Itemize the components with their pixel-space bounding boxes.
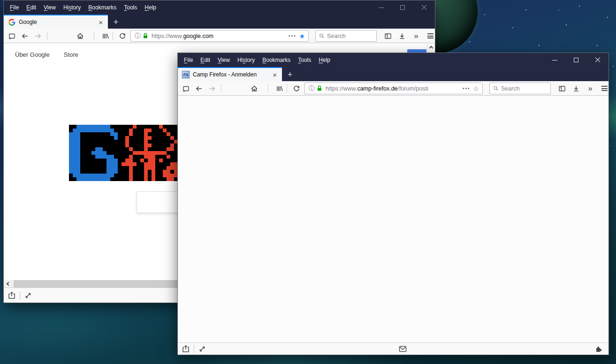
tab-close-icon[interactable]: × xyxy=(97,19,105,26)
resize-toggle-icon[interactable] xyxy=(196,343,208,355)
window-controls xyxy=(370,0,435,15)
back-button[interactable] xyxy=(193,83,205,94)
tab-bar: Google × + xyxy=(4,15,435,29)
maximize-button[interactable] xyxy=(392,0,413,15)
resize-toggle-icon[interactable] xyxy=(22,288,34,303)
campfirefox-favicon-icon: Fx xyxy=(182,71,190,78)
toolbar-separator xyxy=(113,31,113,40)
search-input[interactable] xyxy=(501,85,539,92)
menus: FileEditViewHistoryBookmarksToolsHelp xyxy=(4,2,160,13)
search-bar[interactable] xyxy=(315,30,377,42)
new-tab-button[interactable]: + xyxy=(108,15,124,29)
home-button[interactable] xyxy=(74,30,86,42)
reload-button[interactable] xyxy=(290,83,303,94)
overflow-menu-icon[interactable]: » xyxy=(410,30,422,42)
mail-icon[interactable] xyxy=(396,343,409,355)
search-bar[interactable] xyxy=(489,83,551,94)
menu-item-file[interactable]: File xyxy=(6,2,23,13)
minimize-button[interactable] xyxy=(544,53,565,67)
back-button[interactable] xyxy=(19,30,31,42)
menu-item-view[interactable]: View xyxy=(40,2,60,13)
addon-status-bar xyxy=(178,342,608,355)
library-button[interactable] xyxy=(99,30,112,42)
sidebar-toggle-icon[interactable] xyxy=(556,83,568,94)
toolbar-separator xyxy=(47,31,47,40)
statusbar-separator xyxy=(20,291,20,300)
close-button[interactable] xyxy=(413,0,435,15)
tab-bar: Fx Camp Firefox - Anmelden × + xyxy=(178,67,608,81)
search-icon xyxy=(319,33,325,39)
https-lock-icon xyxy=(143,33,148,39)
menu-item-history[interactable]: History xyxy=(234,54,259,66)
stars-decoration xyxy=(0,0,1,1)
scroll-left-icon[interactable] xyxy=(7,282,10,286)
bookmark-star-icon[interactable]: ☆ xyxy=(473,85,479,92)
tab-close-icon[interactable]: × xyxy=(271,71,279,78)
hamburger-menu-icon[interactable] xyxy=(424,30,436,42)
toolbar-separator xyxy=(287,84,287,93)
tab-camp-firefox[interactable]: Fx Camp Firefox - Anmelden × xyxy=(178,67,282,81)
page-export-icon[interactable] xyxy=(6,288,18,303)
desktop: FileEditViewHistoryBookmarksToolsHelp Go… xyxy=(0,0,616,364)
scroll-up-icon[interactable] xyxy=(429,46,433,50)
new-tab-button[interactable]: + xyxy=(282,68,298,81)
google-doodle[interactable] xyxy=(69,125,178,181)
menu-item-tools[interactable]: Tools xyxy=(294,54,315,66)
tab-google[interactable]: Google × xyxy=(4,15,108,29)
menu-item-edit[interactable]: Edit xyxy=(23,2,40,13)
blank-page xyxy=(178,96,608,342)
forward-button[interactable] xyxy=(206,83,218,94)
navigation-toolbar: ⓘ https://www.camp-firefox.de/forum/post… xyxy=(178,81,608,96)
toolbar-separator xyxy=(221,84,221,93)
url-bar[interactable]: ⓘ https://www.camp-firefox.de/forum/post… xyxy=(304,83,483,94)
url-scheme: https://www. xyxy=(326,85,357,92)
link-about-google[interactable]: Über Google xyxy=(15,51,50,58)
google-favicon-icon xyxy=(8,18,15,26)
bookmark-star-icon[interactable]: ★ xyxy=(299,32,305,40)
overflow-menu-icon[interactable]: » xyxy=(584,83,596,94)
page-actions-icon[interactable]: ••• xyxy=(289,33,297,38)
menu-item-tools[interactable]: Tools xyxy=(120,2,141,13)
url-text: https://www.camp-firefox.de/forum/posti xyxy=(326,85,460,92)
page-info-icon[interactable]: ⓘ xyxy=(135,32,141,40)
menu-item-view[interactable]: View xyxy=(214,54,234,66)
library-button[interactable] xyxy=(274,83,286,94)
new-container-tab-icon[interactable] xyxy=(180,83,192,94)
forward-button[interactable] xyxy=(32,30,44,42)
home-button[interactable] xyxy=(248,83,260,94)
maximize-button[interactable] xyxy=(565,53,587,67)
tab-title: Camp Firefox - Anmelden xyxy=(193,71,271,78)
downloads-icon[interactable] xyxy=(396,30,408,42)
page-actions-icon[interactable]: ••• xyxy=(463,86,471,91)
menu-item-history[interactable]: History xyxy=(60,2,84,13)
url-text: https://www.google.com xyxy=(152,33,286,39)
reload-button[interactable] xyxy=(116,30,129,42)
menus: FileEditViewHistoryBookmarksToolsHelp xyxy=(178,54,334,66)
close-button[interactable] xyxy=(587,53,608,67)
hamburger-menu-icon[interactable] xyxy=(598,83,610,94)
menu-bar: FileEditViewHistoryBookmarksToolsHelp xyxy=(4,0,435,15)
page-export-icon[interactable] xyxy=(180,343,192,355)
link-store[interactable]: Store xyxy=(64,51,78,58)
new-container-tab-icon[interactable] xyxy=(6,30,18,42)
url-bar[interactable]: ⓘ https://www.google.com ••• ★ xyxy=(130,30,309,42)
google-top-links: Über Google Store xyxy=(15,51,78,58)
downloads-icon[interactable] xyxy=(570,83,582,94)
menu-item-help[interactable]: Help xyxy=(141,2,160,13)
search-icon xyxy=(493,85,499,91)
sidebar-toggle-icon[interactable] xyxy=(382,30,394,42)
url-domain: camp-firefox.de xyxy=(357,85,397,92)
url-domain: google.com xyxy=(183,33,213,39)
tab-title: Google xyxy=(19,19,97,25)
menu-item-bookmarks[interactable]: Bookmarks xyxy=(84,2,120,13)
page-info-icon[interactable]: ⓘ xyxy=(309,84,315,93)
search-input[interactable] xyxy=(327,33,365,39)
firefox-window-campfirefox: FileEditViewHistoryBookmarksToolsHelp Fx… xyxy=(177,53,609,355)
menu-item-help[interactable]: Help xyxy=(315,54,334,66)
menu-item-bookmarks[interactable]: Bookmarks xyxy=(259,54,294,66)
minimize-button[interactable] xyxy=(370,0,392,15)
extension-puzzle-icon[interactable] xyxy=(593,343,605,355)
menu-item-edit[interactable]: Edit xyxy=(197,54,214,66)
menu-item-file[interactable]: File xyxy=(180,54,197,66)
url-scheme: https://www. xyxy=(152,33,183,39)
